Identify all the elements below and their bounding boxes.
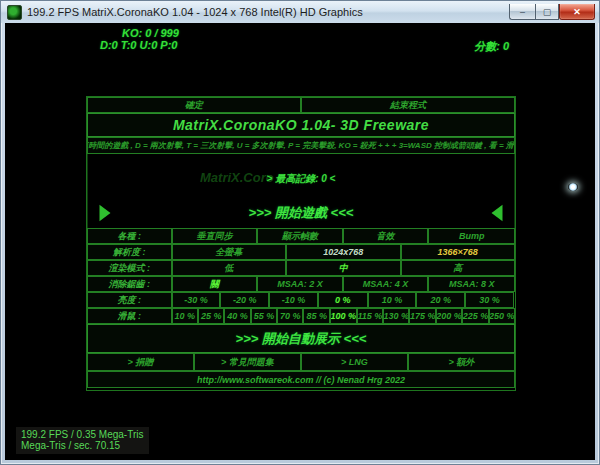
settings-row: 解析度 :全螢幕1024x7681366×768 <box>87 244 515 260</box>
settings-option[interactable]: 1366×768 <box>401 244 515 260</box>
settings-row-label: 消除鋸齒 : <box>87 276 172 292</box>
hud-score: 分數: 0 <box>474 39 509 54</box>
settings-option[interactable]: -10 % <box>269 292 318 308</box>
window-title: 199.2 FPS MatriX.CoronaKO 1.04 - 1024 x … <box>27 6 509 18</box>
settings-option[interactable]: 200 % <box>436 308 462 324</box>
fps-overlay: 199.2 FPS / 0.35 Mega-Tris Mega-Tris / s… <box>16 427 149 454</box>
maximize-button[interactable]: ▢ <box>535 4 559 20</box>
website-link[interactable]: http://www.softwareok.com // (c) Nenad H… <box>87 371 515 388</box>
settings-option[interactable]: 130 % <box>383 308 409 324</box>
hud-hit-stats: D:0 T:0 U:0 P:0 <box>100 39 179 51</box>
app-title: MatriX.CoronaKO 1.04- 3D Freeware <box>87 113 515 137</box>
app-window: 199.2 FPS MatriX.CoronaKO 1.04 - 1024 x … <box>0 0 600 465</box>
settings-option[interactable]: MSAA: 4 X <box>343 276 429 292</box>
exit-program-button[interactable]: 結束程式 <box>301 97 515 113</box>
settings-row: 滑鼠 :10 %25 %40 %55 %70 %85 %100 %115 %13… <box>87 308 515 324</box>
settings-option[interactable]: Bump <box>428 228 515 244</box>
close-icon: ✕ <box>573 7 581 17</box>
settings-option[interactable]: 垂直同步 <box>172 228 258 244</box>
settings-option[interactable]: 225 % <box>462 308 488 324</box>
settings-option[interactable]: 115 % <box>357 308 383 324</box>
chevron-right-icon <box>94 202 116 224</box>
settings-option[interactable]: 1024x768 <box>286 244 400 260</box>
high-score-record: > 最高記錄: 0 < <box>88 172 514 186</box>
titlebar[interactable]: 199.2 FPS MatriX.CoronaKO 1.04 - 1024 x … <box>1 1 599 23</box>
settings-option[interactable]: 10 % <box>368 292 417 308</box>
next-arrow[interactable] <box>480 202 514 224</box>
settings-option[interactable]: 顯示幀數 <box>257 228 343 244</box>
prev-arrow[interactable] <box>88 202 122 224</box>
settings-option[interactable]: 100 % <box>330 308 357 324</box>
settings-option[interactable]: 低 <box>172 260 286 276</box>
start-game-row: >>> 開始遊戲 <<< <box>88 199 514 226</box>
top-buttons-row: 確定 結束程式 <box>87 97 515 113</box>
settings-row-label: 亮度 : <box>87 292 172 308</box>
settings-row: 亮度 :-30 %-20 %-10 %0 %10 %20 %30 % <box>87 292 515 308</box>
footer-button[interactable]: > 捐贈 <box>87 353 194 371</box>
app-icon <box>7 5 22 20</box>
settings-option[interactable]: 25 % <box>198 308 224 324</box>
settings-row-label: 滑鼠 : <box>87 308 172 324</box>
settings-option[interactable]: 關 <box>172 276 258 292</box>
settings-row: 消除鋸齒 :關MSAA: 2 XMSAA: 4 XMSAA: 8 X <box>87 276 515 292</box>
settings-option[interactable]: 0 % <box>318 292 368 308</box>
fps-line1: 199.2 FPS / 0.35 Mega-Tris <box>21 429 143 440</box>
footer-button[interactable]: > LNG <box>301 353 408 371</box>
settings-option[interactable]: -30 % <box>172 292 221 308</box>
confirm-button[interactable]: 確定 <box>87 97 301 113</box>
minimize-button[interactable]: – <box>509 4 535 20</box>
settings-option[interactable]: 高 <box>401 260 515 276</box>
settings-row: 渲染模式 :低中高 <box>87 260 515 276</box>
caption-buttons: – ▢ ✕ <box>509 4 595 20</box>
hud-ko-stats: KO: 0 / 999 D:0 T:0 U:0 P:0 <box>100 27 179 51</box>
start-game-button[interactable]: >>> 開始遊戲 <<< <box>122 204 480 222</box>
fps-line2: Mega-Tris / sec. 70.15 <box>21 440 143 451</box>
settings-option[interactable]: 中 <box>286 260 400 276</box>
settings-table: 各種 :垂直同步顯示幀數音效Bump解析度 :全螢幕1024x7681366×7… <box>87 228 515 324</box>
footer-button[interactable]: > 額外 <box>408 353 515 371</box>
minimize-icon: – <box>520 7 525 17</box>
settings-option[interactable]: 40 % <box>224 308 250 324</box>
maximize-icon: ▢ <box>543 7 552 17</box>
settings-row-label: 渲染模式 : <box>87 260 172 276</box>
chevron-left-icon <box>486 202 508 224</box>
scene-gap: MatriX.Coro > 最高記錄: 0 < >>> 開始遊戲 <<< <box>87 154 515 228</box>
settings-option[interactable]: 85 % <box>303 308 329 324</box>
settings-option[interactable]: MSAA: 2 X <box>257 276 343 292</box>
settings-option[interactable]: 音效 <box>343 228 429 244</box>
settings-row-label: 解析度 : <box>87 244 172 260</box>
hud-ko-counter: KO: 0 / 999 <box>122 27 179 39</box>
help-info-line: 短時間的遊戲 , D = 兩次射擊, T = 三次射擊, U = 多次射擊, P… <box>87 137 515 154</box>
gem-sparkle <box>568 183 578 191</box>
settings-row-label: 各種 : <box>87 228 172 244</box>
settings-option[interactable]: 250 % <box>489 308 515 324</box>
footer-buttons-row: > 捐贈> 常見問題集> LNG> 額外 <box>87 353 515 371</box>
settings-option[interactable]: 30 % <box>465 292 514 308</box>
footer-button[interactable]: > 常見問題集 <box>194 353 301 371</box>
settings-option[interactable]: 全螢幕 <box>172 244 286 260</box>
settings-option[interactable]: 20 % <box>416 292 465 308</box>
settings-option[interactable]: 10 % <box>172 308 198 324</box>
settings-option[interactable]: MSAA: 8 X <box>428 276 515 292</box>
auto-demo-button[interactable]: >>> 開始自動展示 <<< <box>87 324 515 353</box>
game-scene[interactable]: KO: 0 / 999 D:0 T:0 U:0 P:0 分數: 0 確定 結束程… <box>5 23 595 460</box>
close-button[interactable]: ✕ <box>559 4 595 20</box>
menu-panel: 確定 結束程式 MatriX.CoronaKO 1.04- 3D Freewar… <box>86 96 516 391</box>
settings-option[interactable]: 175 % <box>409 308 435 324</box>
settings-row: 各種 :垂直同步顯示幀數音效Bump <box>87 228 515 244</box>
settings-option[interactable]: -20 % <box>220 292 269 308</box>
settings-option[interactable]: 55 % <box>251 308 277 324</box>
settings-option[interactable]: 70 % <box>277 308 303 324</box>
